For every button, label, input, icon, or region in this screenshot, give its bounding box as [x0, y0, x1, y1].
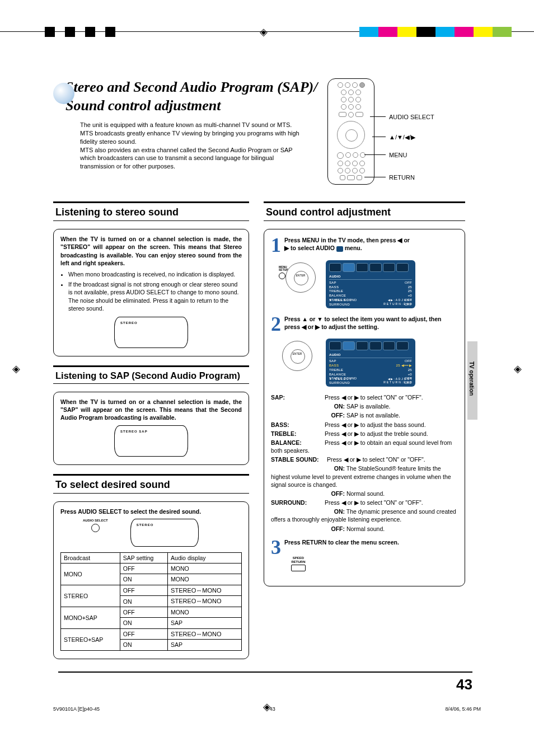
- return-button-icon: SPEED RETURN: [291, 556, 306, 571]
- remote-label-menu: MENU: [389, 151, 407, 159]
- remote-label-arrows: ▲/▼/◀/▶: [389, 133, 415, 142]
- section-head-select: To select desired sound: [53, 474, 249, 494]
- nav-pad-icon-2: [280, 339, 320, 372]
- page: ◈ ◈ ◈ Stereo and Second Audio Program (S…: [0, 0, 534, 756]
- footer-left: 5V90101A [E]p40-45: [53, 706, 100, 712]
- tv-screen-sap: STEREO SAP: [114, 425, 188, 457]
- box-sap: When the TV is turned on or a channel se…: [53, 392, 249, 465]
- definitions: SAP:Press ◀ or ▶ to select "ON" or "OFF"…: [271, 393, 458, 533]
- box-sound-control: 1 Press MENU in the TV mode, then press …: [264, 229, 465, 586]
- stereo-lead: When the TV is turned on or a channel se…: [60, 235, 242, 267]
- section-head-sap: Listening to SAP (Second Audio Program): [53, 365, 249, 384]
- registration-strip: ◈: [0, 25, 534, 39]
- remote-diagram: AUDIO SELECT ▲/▼/◀/▶ MENU RETURN: [327, 78, 473, 190]
- stereo-bullets: When mono broadcasting is received, no i…: [60, 270, 242, 312]
- side-tab: TV operation: [467, 341, 477, 420]
- stereo-bullet-1: When mono broadcasting is received, no i…: [68, 270, 242, 278]
- remote-label-return: RETURN: [389, 173, 415, 182]
- right-column: Sound control adjustment 1 Press MENU in…: [264, 201, 465, 668]
- registration-mark-left: ◈: [10, 363, 22, 375]
- step-3: 3 Press RETURN to clear the menu screen.…: [271, 538, 458, 572]
- footer: 5V90101A [E]p40-45 43 8/4/06, 5:46 PM ◈: [53, 706, 481, 712]
- registration-mark-top: ◈: [257, 26, 270, 38]
- left-column: Listening to stereo sound When the TV is…: [53, 201, 249, 668]
- select-instruction: Press AUDIO SELECT to select the desired…: [60, 508, 242, 515]
- osd-menu-2: AUDIO SAPOFF BASS25 ◀━━▶ TREBLE25 BALANC…: [326, 339, 415, 387]
- tv-screen-select: STEREO: [130, 519, 199, 547]
- registration-mark-bottom: ◈: [263, 700, 271, 713]
- box-stereo: When the TV is turned on or a channel se…: [53, 229, 249, 356]
- content-area: Stereo and Second Audio Program (SAP)/ S…: [53, 78, 467, 177]
- osd-menu-1: AUDIO SAPOFF BASS25 TREBLE25 BALANCE+0 S…: [326, 260, 415, 308]
- step-3-number: 3: [271, 538, 281, 556]
- audio-select-button-icon: AUDIO SELECT: [83, 519, 108, 532]
- tv-screen-stereo: STEREO: [114, 317, 188, 348]
- box-select: Press AUDIO SELECT to select the desired…: [53, 501, 249, 659]
- nav-pad-icon: MENU SETUP: [280, 260, 320, 294]
- th-broadcast: Broadcast: [61, 553, 120, 564]
- audio-display-table: Broadcast SAP setting Audio display MONO…: [60, 552, 242, 651]
- intro-text: The unit is equipped with a feature know…: [80, 121, 304, 171]
- footer-right: 8/4/06, 5:46 PM: [445, 706, 481, 712]
- page-number: 43: [456, 675, 472, 694]
- th-audio-display: Audio display: [168, 553, 242, 564]
- th-sap-setting: SAP setting: [120, 553, 167, 564]
- stereo-bullet-2: If the broadcast signal is not strong en…: [68, 280, 242, 312]
- color-bars: [359, 27, 512, 37]
- title-orb-icon: [53, 83, 74, 104]
- remote-label-audio-select: AUDIO SELECT: [389, 113, 434, 121]
- black-bars: [45, 27, 125, 37]
- step-1: 1 Press MENU in the TV mode, then press …: [271, 236, 458, 254]
- registration-mark-right: ◈: [512, 363, 524, 375]
- section-head-sound-control: Sound control adjustment: [264, 201, 465, 221]
- section-head-stereo: Listening to stereo sound: [53, 201, 249, 221]
- step-1-number: 1: [271, 236, 281, 254]
- step-2: 2 Press ▲ or ▼ to select the item you wa…: [271, 315, 458, 333]
- sap-lead: When the TV is turned on or a channel se…: [60, 398, 242, 422]
- step-2-number: 2: [271, 315, 281, 333]
